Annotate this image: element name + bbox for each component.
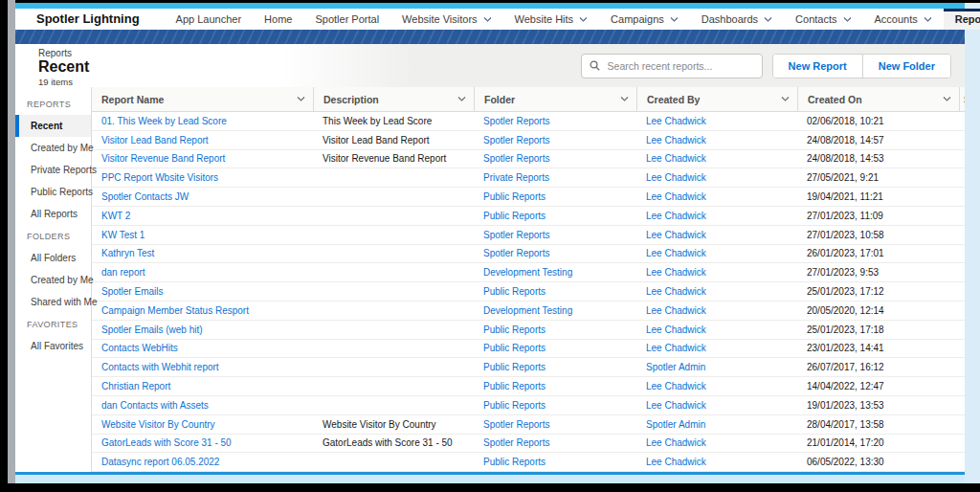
- search-box[interactable]: [581, 54, 763, 78]
- search-input[interactable]: [606, 59, 754, 73]
- nav-tab[interactable]: Contacts: [784, 9, 862, 30]
- folder-link[interactable]: Public Reports: [483, 381, 546, 391]
- created-by-link[interactable]: Lee Chadwick: [646, 267, 706, 278]
- sidebar-item[interactable]: Public Reports: [15, 181, 91, 203]
- report-name-link[interactable]: PPC Report Wbsite Visitors: [101, 172, 218, 183]
- report-name-link[interactable]: KW Test 1: [101, 230, 145, 240]
- nav-tab[interactable]: App Launcher: [165, 9, 254, 30]
- report-name-link[interactable]: dan report: [101, 267, 145, 278]
- folder-link[interactable]: Spotler Reports: [483, 230, 549, 240]
- report-name-link[interactable]: Datasync report 06.05.2022: [101, 457, 219, 467]
- nav-tab[interactable]: Dashboards: [690, 9, 784, 30]
- report-name-link[interactable]: 01. This Week by Lead Score: [101, 116, 227, 126]
- nav-tab[interactable]: Accounts: [863, 9, 944, 30]
- folder-link[interactable]: Public Reports: [483, 191, 546, 202]
- report-name-cell: Contacts with Webhit report: [92, 362, 313, 372]
- created-by-link[interactable]: Lee Chadwick: [646, 230, 706, 240]
- folder-link[interactable]: Development Testing: [483, 267, 572, 278]
- folder-link[interactable]: Public Reports: [483, 324, 546, 335]
- column-header[interactable]: Created On: [797, 87, 959, 111]
- app-launcher-icon[interactable]: [25, 12, 29, 26]
- folder-cell: Development Testing: [474, 267, 636, 278]
- folder-link[interactable]: Spotler Reports: [483, 135, 549, 145]
- clipped-column-header[interactable]: S: [959, 87, 965, 111]
- folder-link[interactable]: Spotler Reports: [483, 116, 549, 126]
- created-by-link[interactable]: Lee Chadwick: [646, 400, 706, 411]
- sidebar-item[interactable]: All Favorites: [15, 335, 91, 357]
- sidebar-item[interactable]: Recent: [15, 115, 91, 137]
- folder-link[interactable]: Public Reports: [483, 400, 546, 411]
- nav-tab[interactable]: Reports: [944, 9, 980, 30]
- folder-link[interactable]: Spotler Reports: [483, 153, 549, 164]
- created-by-link[interactable]: Lee Chadwick: [646, 211, 706, 221]
- table-row: Campaign Member Status Resport Developme…: [92, 302, 965, 321]
- created-by-link[interactable]: Spotler Admin: [646, 419, 705, 430]
- folder-link[interactable]: Public Reports: [483, 457, 546, 467]
- column-header[interactable]: Created By: [636, 87, 797, 111]
- folder-link[interactable]: Public Reports: [483, 286, 546, 297]
- sidebar-item[interactable]: All Folders: [15, 247, 91, 269]
- nav-tab[interactable]: Spotler Portal: [303, 9, 390, 30]
- report-name-link[interactable]: Website Visitor By Country: [101, 419, 215, 430]
- sidebar-item[interactable]: All Reports: [15, 203, 91, 225]
- column-header[interactable]: Description: [313, 87, 474, 111]
- new-report-button[interactable]: New Report: [773, 55, 862, 78]
- report-name-link[interactable]: Christian Report: [101, 381, 170, 391]
- report-name-link[interactable]: Contacts WebHits: [101, 343, 178, 353]
- folder-link[interactable]: Development Testing: [483, 305, 572, 316]
- column-header[interactable]: Report Name: [92, 87, 313, 111]
- created-by-link[interactable]: Lee Chadwick: [646, 172, 706, 183]
- sidebar-item[interactable]: Private Reports: [15, 159, 91, 181]
- folder-link[interactable]: Spotler Reports: [483, 248, 549, 258]
- created-by-link[interactable]: Lee Chadwick: [646, 135, 706, 145]
- created-by-link[interactable]: Lee Chadwick: [646, 343, 706, 353]
- created-by-link[interactable]: Lee Chadwick: [646, 116, 706, 126]
- folder-link[interactable]: Spotler Reports: [483, 419, 549, 430]
- report-name-cell: 01. This Week by Lead Score: [92, 116, 313, 126]
- new-folder-button[interactable]: New Folder: [862, 55, 950, 78]
- created-by-link[interactable]: Lee Chadwick: [646, 153, 706, 164]
- report-name-link[interactable]: GatorLeads with Score 31 - 50: [101, 437, 232, 448]
- sidebar-item[interactable]: Shared with Me: [15, 291, 91, 313]
- folder-link[interactable]: Private Reports: [483, 172, 549, 183]
- created-by-link[interactable]: Lee Chadwick: [646, 437, 706, 448]
- report-name-link[interactable]: Visitor Revenue Band Report: [101, 153, 225, 164]
- sidebar-item[interactable]: Created by Me: [15, 137, 91, 159]
- created-by-link[interactable]: Lee Chadwick: [646, 305, 706, 316]
- created-by-link[interactable]: Lee Chadwick: [646, 191, 706, 202]
- report-name-link[interactable]: Contacts with Webhit report: [101, 362, 219, 372]
- nav-tab[interactable]: Website Visitors: [390, 9, 502, 30]
- nav-tab-label: Dashboards: [702, 13, 758, 25]
- report-name-link[interactable]: Campaign Member Status Resport: [101, 305, 249, 316]
- created-by-cell: Lee Chadwick: [636, 211, 797, 221]
- folder-link[interactable]: Public Reports: [483, 211, 546, 221]
- created-by-link[interactable]: Lee Chadwick: [646, 457, 706, 467]
- created-by-link[interactable]: Lee Chadwick: [646, 286, 706, 297]
- report-name-cell: Spotler Emails (web hit): [92, 324, 313, 335]
- created-by-link[interactable]: Lee Chadwick: [646, 381, 706, 391]
- created-on-cell: 24/08/2018, 14:53: [797, 153, 959, 164]
- report-name-cell: Contacts WebHits: [92, 343, 313, 353]
- report-name-link[interactable]: Visitor Lead Band Report: [101, 135, 209, 145]
- nav-tab[interactable]: Campaigns: [599, 9, 690, 30]
- report-name-cell: Visitor Revenue Band Report: [92, 153, 313, 164]
- sidebar-item[interactable]: Created by Me: [15, 269, 91, 291]
- column-header[interactable]: Folder: [474, 87, 636, 111]
- created-by-link[interactable]: Lee Chadwick: [646, 248, 706, 258]
- report-name-cell: Kathryn Test: [92, 248, 313, 258]
- nav-tab[interactable]: Home: [253, 9, 303, 30]
- reports-sidebar: REPORTS Recent Created by Me Private Rep…: [15, 87, 92, 472]
- folder-link[interactable]: Public Reports: [483, 343, 546, 353]
- folder-link[interactable]: Spotler Reports: [483, 437, 549, 448]
- report-name-link[interactable]: Spotler Emails (web hit): [101, 324, 203, 335]
- nav-tab[interactable]: Website Hits: [503, 9, 600, 30]
- created-by-link[interactable]: Lee Chadwick: [646, 324, 706, 335]
- report-name-link[interactable]: dan Contacts with Assets: [101, 400, 209, 411]
- report-name-link[interactable]: Spotler Emails: [101, 286, 163, 297]
- report-name-link[interactable]: Spotler Contacts JW: [101, 191, 189, 202]
- report-name-link[interactable]: Kathryn Test: [101, 248, 154, 258]
- folder-link[interactable]: Public Reports: [483, 362, 546, 372]
- created-by-link[interactable]: Spotler Admin: [646, 362, 705, 372]
- report-name-link[interactable]: KWT 2: [101, 211, 130, 221]
- created-by-cell: Lee Chadwick: [636, 343, 797, 353]
